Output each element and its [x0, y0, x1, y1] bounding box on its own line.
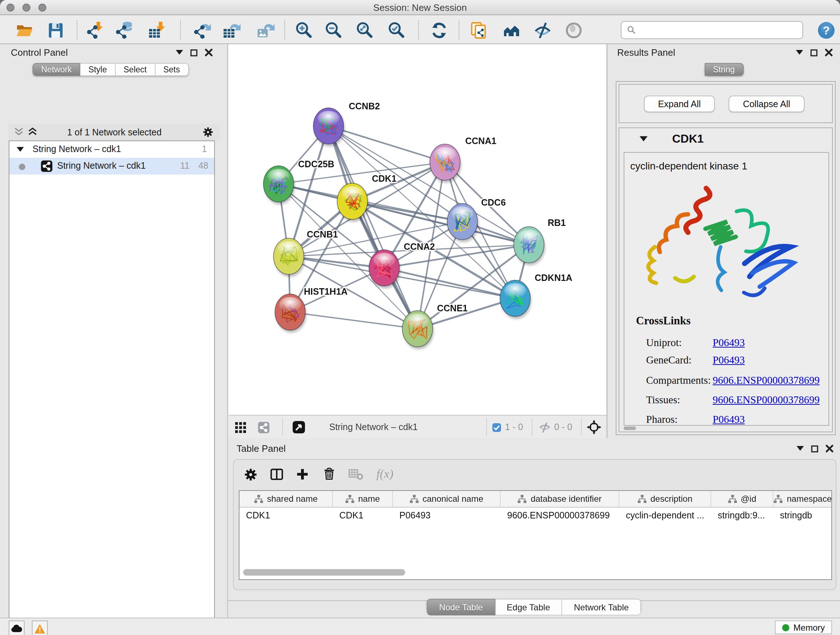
column-header-database-identifier[interactable]: database identifier [501, 491, 619, 507]
help-button[interactable]: ? [817, 21, 836, 40]
export-image-button[interactable] [255, 20, 276, 41]
table-cell: CDK1 [333, 508, 393, 524]
birds-eye-view-button[interactable] [235, 416, 246, 439]
table-row[interactable]: CDK1CDK1P064939606.ENSP00000378699cyclin… [240, 508, 831, 524]
network-edge[interactable] [328, 126, 417, 329]
refresh-button[interactable] [428, 20, 450, 41]
float-panel-icon[interactable] [810, 49, 818, 56]
network-node-hist1h1a[interactable]: HIST1H1A [275, 287, 347, 333]
crosslink-value-link[interactable]: 9606.ENSP00000378699 [713, 374, 820, 386]
warnings-button[interactable] [32, 621, 48, 635]
fit-selected-button[interactable] [587, 416, 601, 439]
float-panel-icon[interactable] [190, 49, 197, 56]
column-header-canonical-name[interactable]: canonical name [393, 491, 501, 507]
crosslink-label: Pharos: [646, 413, 677, 426]
memory-button[interactable]: Memory [775, 621, 832, 634]
results-hscroll-knob[interactable] [624, 426, 636, 430]
import-network-button[interactable] [84, 20, 106, 41]
collapse-all-icon[interactable] [14, 127, 24, 136]
table-cell: P06493 [393, 508, 501, 524]
tab-node-table[interactable]: Node Table [427, 599, 495, 616]
tab-network-table[interactable]: Network Table [562, 599, 641, 616]
home-button[interactable] [501, 20, 523, 41]
network-node-ccnb2[interactable]: CCNB2 [313, 101, 380, 147]
gene-section-caret-icon[interactable] [639, 136, 647, 142]
open-in-window-button[interactable] [292, 416, 305, 439]
network-node-cdkn1a[interactable]: CDKN1A [500, 272, 572, 319]
table-options-button[interactable] [240, 464, 261, 485]
import-database-button[interactable] [114, 20, 135, 41]
panel-menu-icon[interactable] [176, 50, 183, 55]
hide-panels-button[interactable] [532, 20, 554, 41]
network-node-rb1[interactable]: RB1 [514, 218, 566, 265]
create-column-button[interactable] [292, 464, 313, 485]
collection-caret-icon[interactable] [17, 147, 24, 152]
trash-icon [322, 467, 336, 481]
close-panel-icon[interactable] [826, 445, 834, 453]
toolbar-separator [532, 418, 532, 436]
crosslink-value-link[interactable]: P06493 [713, 413, 745, 426]
network-edge[interactable] [290, 312, 417, 329]
tab-select[interactable]: Select [116, 63, 156, 76]
network-node-ccne1[interactable]: CCNE1 [402, 303, 468, 349]
show-all-button[interactable] [563, 20, 584, 41]
save-session-button[interactable] [45, 20, 66, 41]
cloud-status-button[interactable] [9, 621, 25, 635]
network-node-cdc6[interactable]: CDC6 [447, 197, 506, 242]
close-panel-icon[interactable] [825, 49, 833, 57]
table-panel: Table Panel f(x) shared namenamecanonica… [228, 438, 840, 618]
tab-edge-table[interactable]: Edge Table [495, 599, 562, 616]
crosslink-value-link[interactable]: P06493 [713, 354, 745, 366]
table-panel-title: Table Panel [237, 443, 286, 454]
close-panel-icon[interactable] [205, 49, 213, 57]
import-database-icon [115, 21, 134, 40]
crosslink-value-link[interactable]: 9606.ENSP00000378699 [713, 394, 820, 406]
expand-all-icon[interactable] [27, 127, 38, 136]
column-header-shared-name[interactable]: shared name [240, 491, 333, 507]
zoom-selected-button[interactable] [386, 20, 407, 41]
expand-all-button[interactable]: Expand All [644, 96, 715, 112]
delete-table-button[interactable] [346, 464, 366, 485]
tab-network[interactable]: Network [33, 63, 80, 76]
search-input[interactable] [639, 24, 802, 36]
import-table-button[interactable] [146, 20, 168, 41]
network-edge[interactable] [384, 268, 515, 298]
delete-column-button[interactable] [319, 464, 339, 485]
zoom-fit-button[interactable] [354, 20, 376, 41]
zoom-in-button[interactable] [293, 20, 315, 41]
network-edge[interactable] [328, 126, 445, 162]
column-header-namespace[interactable]: namespace [774, 491, 832, 507]
function-builder-button[interactable]: f(x) [372, 464, 398, 485]
search-field[interactable] [621, 21, 803, 39]
tab-style[interactable]: Style [80, 63, 115, 76]
table-hscroll-thumb[interactable] [243, 569, 405, 576]
network-collection-row[interactable]: String Network – cdk1 1 [9, 141, 214, 158]
tab-string[interactable]: String [704, 63, 744, 76]
network-options-gear-icon[interactable] [202, 126, 214, 138]
float-panel-icon[interactable] [811, 445, 818, 452]
column-header-description[interactable]: description [619, 491, 711, 507]
column-header--id[interactable]: @id [711, 491, 774, 507]
network-view-button[interactable] [257, 416, 270, 439]
collapse-all-button[interactable]: Collapse All [729, 96, 805, 112]
column-header-name[interactable]: name [333, 491, 393, 507]
tab-sets[interactable]: Sets [155, 63, 188, 76]
network-node-ccna1[interactable]: CCNA1 [430, 136, 496, 183]
toolbar-separator [418, 20, 419, 40]
network-snapshot-button[interactable] [468, 20, 490, 41]
network-row[interactable]: String Network – cdk1 11 48 [9, 158, 214, 174]
export-network-button[interactable] [191, 20, 213, 41]
panel-menu-icon[interactable] [796, 50, 803, 55]
open-file-icon [15, 21, 34, 40]
selected-checkbox[interactable] [492, 416, 501, 439]
network-canvas[interactable]: CCNB2 CCNA1 CDC25B CDK1 CDC6 RB1 CCNB1 [229, 44, 606, 415]
hidden-toggle[interactable] [538, 416, 551, 439]
zoom-out-button[interactable] [323, 20, 344, 41]
show-columns-button[interactable] [266, 464, 286, 485]
open-file-button[interactable] [14, 20, 35, 41]
node-table[interactable]: shared namenamecanonical namedatabase id… [239, 490, 832, 580]
network-graph[interactable]: CCNB2 CCNA1 CDC25B CDK1 CDC6 RB1 CCNB1 [229, 44, 606, 415]
panel-menu-icon[interactable] [797, 446, 804, 451]
crosslink-value-link[interactable]: P06493 [713, 337, 745, 349]
export-table-button[interactable] [221, 20, 242, 41]
